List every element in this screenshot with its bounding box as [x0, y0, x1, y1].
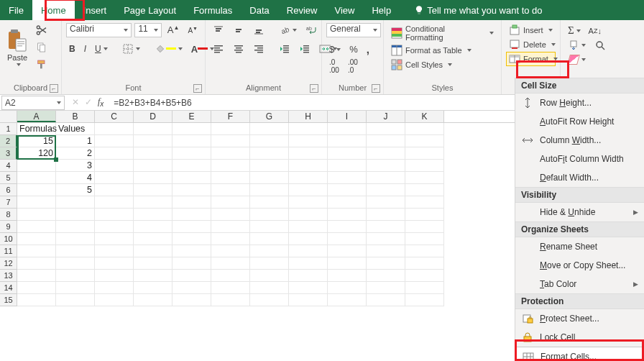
cell-A10[interactable] — [17, 233, 56, 245]
cell-J2[interactable] — [367, 135, 405, 147]
decrease-font-button[interactable]: A▼ — [185, 24, 201, 36]
cell-G1[interactable] — [250, 123, 289, 135]
cell-G15[interactable] — [250, 294, 289, 306]
cell-F3[interactable] — [211, 147, 250, 160]
row-header-5[interactable]: 5 — [0, 172, 17, 184]
cell-G3[interactable] — [250, 147, 289, 160]
cell-G2[interactable] — [250, 135, 289, 147]
row-header-4[interactable]: 4 — [0, 160, 17, 172]
row-header-8[interactable]: 8 — [0, 209, 17, 221]
cell-B14[interactable] — [56, 282, 95, 294]
menu-format-cells[interactable]: Format Cells... — [515, 347, 644, 361]
cell-A4[interactable] — [17, 160, 56, 172]
cell-D13[interactable] — [134, 270, 172, 282]
column-header-G[interactable]: G — [250, 111, 289, 122]
font-name-select[interactable]: Calibri — [66, 23, 132, 37]
cell-I13[interactable] — [328, 270, 367, 282]
row-header-14[interactable]: 14 — [0, 282, 17, 294]
sort-filter-button[interactable]: AZ↓ — [586, 24, 604, 38]
cell-K15[interactable] — [405, 294, 444, 306]
cell-D7[interactable] — [134, 196, 172, 209]
cell-styles-button[interactable]: Cell Styles — [388, 58, 497, 72]
insert-cells-button[interactable]: Insert — [506, 23, 556, 37]
cell-F15[interactable] — [211, 294, 250, 306]
cell-A7[interactable] — [17, 196, 56, 209]
cell-D9[interactable] — [134, 221, 172, 233]
enter-formula-button[interactable]: ✓ — [85, 97, 92, 107]
menu-column-width[interactable]: Column Width... — [515, 131, 644, 150]
cell-H7[interactable] — [289, 196, 328, 209]
cell-A2[interactable]: 15 — [17, 135, 56, 147]
row-header-9[interactable]: 9 — [0, 221, 17, 233]
cell-F9[interactable] — [211, 221, 250, 233]
cell-H15[interactable] — [289, 294, 328, 306]
percent-format-button[interactable]: % — [346, 42, 361, 56]
align-bottom-button[interactable] — [250, 23, 267, 37]
cell-C4[interactable] — [95, 160, 134, 172]
cell-I8[interactable] — [328, 209, 367, 221]
format-as-table-button[interactable]: Format as Table — [388, 43, 497, 58]
cell-A8[interactable] — [17, 209, 56, 221]
cell-C11[interactable] — [95, 245, 134, 257]
row-header-12[interactable]: 12 — [0, 257, 17, 270]
decrease-decimal-button[interactable]: .00.0 — [345, 57, 361, 76]
column-header-A[interactable]: A — [17, 111, 56, 122]
cell-I7[interactable] — [328, 196, 367, 209]
cell-E1[interactable] — [172, 123, 211, 135]
cell-A5[interactable] — [17, 172, 56, 184]
cell-I10[interactable] — [328, 233, 367, 245]
cell-I12[interactable] — [328, 257, 367, 270]
cell-H8[interactable] — [289, 209, 328, 221]
cell-G7[interactable] — [250, 196, 289, 209]
column-header-H[interactable]: H — [289, 111, 328, 122]
cell-E2[interactable] — [172, 135, 211, 147]
cell-F10[interactable] — [211, 233, 250, 245]
row-header-7[interactable]: 7 — [0, 196, 17, 209]
cell-B13[interactable] — [56, 270, 95, 282]
cell-I3[interactable] — [328, 147, 367, 160]
align-left-button[interactable] — [210, 42, 227, 56]
cell-A14[interactable] — [17, 282, 56, 294]
cell-D5[interactable] — [134, 172, 172, 184]
cell-B11[interactable] — [56, 245, 95, 257]
menu-protect-sheet[interactable]: Protect Sheet... — [515, 309, 644, 328]
column-header-I[interactable]: I — [328, 111, 367, 122]
cell-A6[interactable] — [17, 184, 56, 196]
cell-E14[interactable] — [172, 282, 211, 294]
cell-K5[interactable] — [405, 172, 444, 184]
cell-H9[interactable] — [289, 221, 328, 233]
cell-F12[interactable] — [211, 257, 250, 270]
cell-I14[interactable] — [328, 282, 367, 294]
cell-G10[interactable] — [250, 233, 289, 245]
menu-default-width[interactable]: Default Width... — [515, 168, 644, 187]
align-middle-button[interactable] — [230, 23, 247, 37]
menu-hide-unhide[interactable]: Hide & Unhide▶ — [515, 203, 644, 221]
row-header-2[interactable]: 2 — [0, 135, 17, 147]
cell-E6[interactable] — [172, 184, 211, 196]
cell-J12[interactable] — [367, 257, 405, 270]
cell-J5[interactable] — [367, 172, 405, 184]
cell-B1[interactable]: Values — [56, 123, 95, 135]
row-header-13[interactable]: 13 — [0, 270, 17, 282]
cell-E3[interactable] — [172, 147, 211, 160]
tab-help[interactable]: Help — [363, 0, 400, 20]
cell-H10[interactable] — [289, 233, 328, 245]
row-header-15[interactable]: 15 — [0, 294, 17, 306]
alignment-dialog-launcher[interactable]: ⌐ — [310, 84, 318, 93]
cell-K11[interactable] — [405, 245, 444, 257]
increase-decimal-button[interactable]: .0.00 — [326, 57, 342, 76]
cell-E8[interactable] — [172, 209, 211, 221]
cell-D15[interactable] — [134, 294, 172, 306]
cell-E11[interactable] — [172, 245, 211, 257]
cell-D8[interactable] — [134, 209, 172, 221]
cell-F8[interactable] — [211, 209, 250, 221]
cut-button[interactable] — [33, 23, 50, 37]
cell-A12[interactable] — [17, 257, 56, 270]
increase-font-button[interactable]: A▲ — [165, 23, 183, 37]
bold-button[interactable]: B — [66, 42, 78, 55]
cell-B10[interactable] — [56, 233, 95, 245]
cell-G14[interactable] — [250, 282, 289, 294]
cell-J13[interactable] — [367, 270, 405, 282]
cell-I15[interactable] — [328, 294, 367, 306]
tab-review[interactable]: Review — [278, 0, 326, 20]
